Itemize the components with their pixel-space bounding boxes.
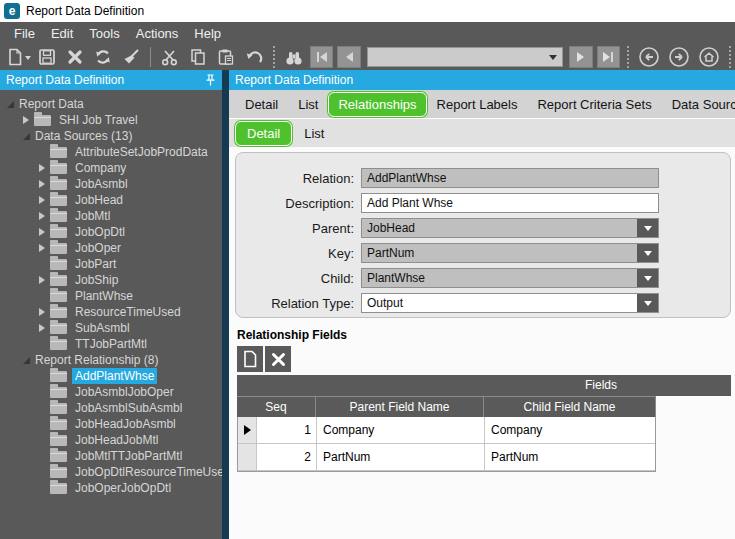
menu-tools[interactable]: Tools <box>81 24 127 43</box>
key-dropdown-arrow-icon[interactable] <box>637 244 658 262</box>
description-field[interactable] <box>361 193 659 213</box>
tab-list[interactable]: List <box>288 92 328 117</box>
forward-button[interactable] <box>668 46 690 69</box>
tree-item-report-relationship[interactable]: Report Relationship (8) <box>0 352 222 368</box>
menu-edit[interactable]: Edit <box>43 24 81 43</box>
new-dropdown-caret-icon[interactable] <box>25 56 31 63</box>
tree-item-jobasmbljoboper[interactable]: JobAsmblJobOper <box>0 384 222 400</box>
last-record-button[interactable] <box>597 46 621 68</box>
relation-type-dropdown-arrow-icon[interactable] <box>637 294 658 312</box>
tree-item-joboperjobopdtl[interactable]: JobOperJobOpDtl <box>0 480 222 496</box>
menu-file[interactable]: File <box>6 24 43 43</box>
menu-help[interactable]: Help <box>186 24 229 43</box>
new-button[interactable] <box>6 46 32 68</box>
tree-item-ttjobpartmtl[interactable]: TTJobPartMtl <box>0 336 222 352</box>
menu-bar: File Edit Tools Actions Help <box>0 22 735 44</box>
tab-data-sources[interactable]: Data Sources <box>662 92 735 117</box>
table-row[interactable]: 1 Company Company <box>238 417 655 444</box>
subtab-list[interactable]: List <box>292 122 336 145</box>
parent-dropdown[interactable]: JobHead <box>361 218 659 238</box>
tab-report-labels[interactable]: Report Labels <box>427 92 528 117</box>
tree-item-attributesetjobproddata[interactable]: AttributeSetJobProdData <box>0 144 222 160</box>
paste-button[interactable] <box>213 46 239 68</box>
tab-detail[interactable]: Detail <box>235 92 288 117</box>
parent-label: Parent: <box>236 221 354 236</box>
expander-collapsed-icon[interactable] <box>20 116 32 124</box>
tree-item-plantwhse[interactable]: PlantWhse <box>0 288 222 304</box>
tree-item-jobopdtlresourcetimeused[interactable]: JobOpDtlResourceTimeUsed <box>0 464 222 480</box>
undo-button[interactable] <box>241 46 267 68</box>
tree-item-jobmtlttjobpartmtl[interactable]: JobMtlTTJobPartMtl <box>0 448 222 464</box>
pin-icon[interactable] <box>205 74 216 87</box>
record-navigation-combobox[interactable] <box>367 47 563 67</box>
expander-expanded-icon[interactable] <box>20 357 32 364</box>
previous-record-button[interactable] <box>337 46 361 68</box>
expander-collapsed-icon[interactable] <box>36 212 48 220</box>
folder-icon <box>50 163 67 174</box>
tree-item-jobship[interactable]: JobShip <box>0 272 222 288</box>
toolbar-dotted-separator <box>273 46 275 68</box>
tree-item-jobasmbl[interactable]: JobAsmbl <box>0 176 222 192</box>
tab-report-criteria-sets[interactable]: Report Criteria Sets <box>527 92 661 117</box>
tree-item-resourcetimeused[interactable]: ResourceTimeUsed <box>0 304 222 320</box>
expander-expanded-icon[interactable] <box>4 101 16 108</box>
expander-collapsed-icon[interactable] <box>36 196 48 204</box>
tree-item-shi-job-travel[interactable]: SHI Job Travel <box>0 112 222 128</box>
delete-field-row-button[interactable] <box>265 346 291 372</box>
expander-collapsed-icon[interactable] <box>36 164 48 172</box>
clear-broom-icon <box>122 48 140 66</box>
expander-collapsed-icon[interactable] <box>36 180 48 188</box>
expander-collapsed-icon[interactable] <box>36 276 48 284</box>
parent-dropdown-arrow-icon[interactable] <box>637 219 658 237</box>
tree-item-jobmtl[interactable]: JobMtl <box>0 208 222 224</box>
tab-relationships[interactable]: Relationships <box>328 92 426 117</box>
column-header-child-field-name[interactable]: Child Field Name <box>484 396 656 417</box>
expander-collapsed-icon[interactable] <box>36 324 48 332</box>
tree: Report Data SHI Job Travel Data Sources … <box>0 90 222 496</box>
tree-item-jobhead[interactable]: JobHead <box>0 192 222 208</box>
tree-item-jobheadjobmtl[interactable]: JobHeadJobMtl <box>0 432 222 448</box>
back-button[interactable] <box>638 46 660 69</box>
child-dropdown-arrow-icon[interactable] <box>637 269 658 287</box>
tree-item-jobasmblsubasmbl[interactable]: JobAsmblSubAsmbl <box>0 400 222 416</box>
child-dropdown[interactable]: PlantWhse <box>361 268 659 288</box>
cut-button[interactable] <box>157 46 183 68</box>
tree-item-jobpart[interactable]: JobPart <box>0 256 222 272</box>
next-record-icon <box>577 52 584 62</box>
tree-item-joboper[interactable]: JobOper <box>0 240 222 256</box>
expander-expanded-icon[interactable] <box>20 133 32 140</box>
tree-item-company[interactable]: Company <box>0 160 222 176</box>
clear-button[interactable] <box>118 46 144 68</box>
folder-icon <box>50 451 67 462</box>
save-button[interactable] <box>34 46 60 68</box>
expander-collapsed-icon[interactable] <box>36 244 48 252</box>
tree-item-jobheadjobasmbl[interactable]: JobHeadJobAsmbl <box>0 416 222 432</box>
delete-button[interactable] <box>62 46 88 68</box>
search-button[interactable] <box>281 46 307 68</box>
tree-item-subasmbl[interactable]: SubAsmbl <box>0 320 222 336</box>
combo-caret-icon[interactable] <box>549 55 557 64</box>
copy-button[interactable] <box>185 46 211 68</box>
key-dropdown[interactable]: PartNum <box>361 243 659 263</box>
tree-item-data-sources[interactable]: Data Sources (13) <box>0 128 222 144</box>
tree-item-addplantwhse[interactable]: AddPlantWhse <box>0 368 222 384</box>
subtab-detail[interactable]: Detail <box>235 121 292 146</box>
tree-item-jobopdtl[interactable]: JobOpDtl <box>0 224 222 240</box>
relation-type-dropdown[interactable]: Output <box>361 293 659 313</box>
cut-scissors-icon <box>161 49 178 66</box>
next-record-button[interactable] <box>569 46 593 68</box>
tree-item-report-data[interactable]: Report Data <box>0 96 222 112</box>
column-header-seq[interactable]: Seq <box>237 396 316 417</box>
panel-splitter[interactable] <box>222 70 229 539</box>
expander-collapsed-icon[interactable] <box>36 308 48 316</box>
table-row[interactable]: 2 PartNum PartNum <box>238 444 655 471</box>
folder-icon <box>50 339 67 350</box>
menu-actions[interactable]: Actions <box>128 24 187 43</box>
relationship-fields-title: Relationship Fields <box>237 328 731 342</box>
home-button[interactable] <box>698 46 720 69</box>
column-header-parent-field-name[interactable]: Parent Field Name <box>316 396 484 417</box>
first-record-button[interactable] <box>310 46 334 68</box>
refresh-button[interactable] <box>90 46 116 68</box>
new-field-row-button[interactable] <box>237 346 263 372</box>
expander-collapsed-icon[interactable] <box>36 228 48 236</box>
